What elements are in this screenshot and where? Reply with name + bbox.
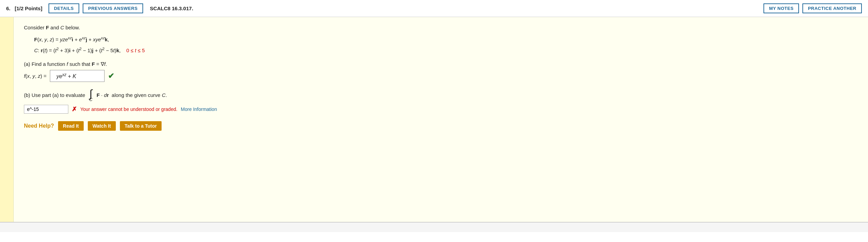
practice-another-button[interactable]: PRACTICE ANOTHER xyxy=(802,3,862,13)
bottom-bar xyxy=(0,222,868,232)
top-bar: 6. [1/2 Points] DETAILS PREVIOUS ANSWERS… xyxy=(0,0,868,17)
top-right-buttons: MY NOTES PRACTICE ANOTHER xyxy=(763,3,862,13)
need-help-label: Need Help? xyxy=(24,123,54,129)
part-a-label: (a) Find a function f such that F = ∇f. xyxy=(24,61,858,67)
C-equation: C: r(t) = (t2 + 3)i + (t2 − 1)j + (t2 − … xyxy=(34,45,858,55)
main-content: Consider F and C below. F(x, y, z) = yze… xyxy=(14,17,868,222)
problem-intro: Consider F and C below. xyxy=(24,25,858,30)
F-equation: F(x, y, z) = yzexzi + exzj + xyexzk, xyxy=(34,34,858,44)
f-label: f(x, y, z) = xyxy=(24,73,46,79)
integral-expression: F · dr along the given curve C. xyxy=(97,92,167,98)
read-it-button[interactable]: Read It xyxy=(58,121,84,131)
details-button[interactable]: DETAILS xyxy=(49,3,79,13)
error-message: Your answer cannot be understood or grad… xyxy=(80,106,177,112)
incorrect-xmark: ✗ xyxy=(72,105,77,113)
previous-answers-button[interactable]: PREVIOUS ANSWERS xyxy=(83,3,143,13)
correct-checkmark: ✔ xyxy=(108,72,114,81)
integral-subscript: C xyxy=(89,97,92,102)
content-area: Consider F and C below. F(x, y, z) = yze… xyxy=(0,17,868,222)
my-notes-button[interactable]: MY NOTES xyxy=(763,3,799,13)
part-b-label: (b) Use part (a) to evaluate xyxy=(24,92,85,98)
scalc-label: SCALC8 16.3.017. xyxy=(150,5,193,11)
b-answer-input[interactable] xyxy=(24,105,68,114)
more-info-link[interactable]: More Information xyxy=(181,106,217,112)
part-b-row: (b) Use part (a) to evaluate ∫ C F · dr … xyxy=(24,88,858,102)
need-help-row: Need Help? Read It Watch It Talk to a Tu… xyxy=(24,121,858,131)
watch-it-button[interactable]: Watch It xyxy=(88,121,116,131)
math-equations: F(x, y, z) = yzexzi + exzj + xyexzk, C: … xyxy=(34,34,858,55)
left-bar xyxy=(0,17,14,222)
question-number: 6. [1/2 Points] xyxy=(6,5,42,11)
part-b-answer-row: ✗ Your answer cannot be understood or gr… xyxy=(24,105,858,114)
part-a-answer-row: f(x, y, z) = yexz + K ✔ xyxy=(24,70,858,82)
f-answer-box: yexz + K xyxy=(50,70,105,82)
talk-to-tutor-button[interactable]: Talk to a Tutor xyxy=(120,121,162,131)
